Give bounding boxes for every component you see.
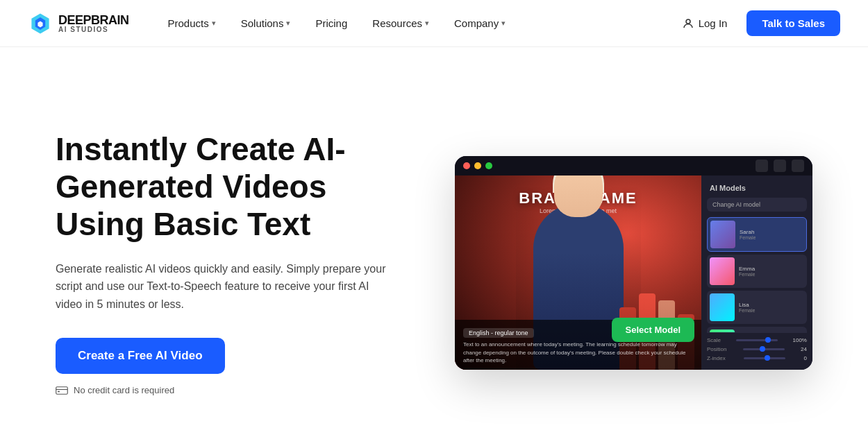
window-minimize-dot (474, 162, 481, 169)
nav-products[interactable]: Products ▾ (157, 12, 227, 35)
credit-card-icon (56, 386, 68, 395)
nav-pricing[interactable]: Pricing (304, 12, 358, 35)
header: DEEPBRAIN AI STUDIOS Products ▾ Solution… (0, 0, 868, 47)
header-right: Log In Talk to Sales (671, 10, 840, 36)
window-topbar (455, 156, 812, 175)
login-button[interactable]: Log In (671, 12, 739, 35)
model-thumbnail-1 (710, 221, 735, 248)
nav-company[interactable]: Company ▾ (443, 12, 517, 35)
svg-point-3 (686, 19, 690, 24)
scale-slider[interactable] (736, 339, 778, 341)
hero-title: Instantly Create AI-Generated Videos Usi… (56, 130, 413, 243)
hero-description: Generate realistic AI videos quickly and… (56, 260, 389, 314)
logo-icon (28, 11, 53, 36)
hero-section: Instantly Create AI-Generated Videos Usi… (56, 130, 413, 396)
models-list: Sarah Female Emma Female (701, 217, 812, 332)
control-position: Position 24 (707, 346, 807, 352)
model-item-2[interactable]: Emma Female (707, 255, 807, 288)
logo[interactable]: DEEPBRAIN AI STUDIOS (28, 11, 129, 36)
svg-rect-6 (58, 391, 60, 393)
script-text: Text to an announcement where today's me… (463, 341, 693, 364)
chevron-down-icon: ▾ (286, 19, 290, 28)
chevron-down-icon: ▾ (212, 19, 216, 28)
product-screenshot: BRAND NAME Lorem ipsum dolor sit a met (455, 156, 812, 370)
no-credit-card-notice: No credit card is required (56, 385, 413, 395)
panel-title: AI Models (701, 181, 812, 198)
language-badge: English - regular tone (463, 328, 534, 338)
model-info-1: Sarah Female (740, 229, 803, 240)
model-role-1: Female (740, 235, 803, 240)
svg-rect-4 (56, 387, 68, 395)
create-free-video-button[interactable]: Create a Free AI Video (56, 338, 225, 374)
model-name-1: Sarah (740, 229, 803, 235)
select-model-button[interactable]: Select Model (612, 318, 694, 342)
talk-to-sales-button[interactable]: Talk to Sales (746, 10, 840, 36)
model-info-2: Emma Female (739, 266, 804, 277)
topbar-icon-1 (756, 160, 768, 172)
main-content: Instantly Create AI-Generated Videos Usi… (0, 47, 868, 437)
model-item-1[interactable]: Sarah Female (707, 217, 807, 252)
window-close-dot (463, 162, 470, 169)
model-item-4[interactable]: James Male (707, 327, 807, 332)
control-scale: Scale 100% (707, 337, 807, 343)
presenter-head (554, 175, 603, 217)
ai-models-panel: AI Models Change AI model Sarah Female E… (701, 175, 812, 370)
model-name-3: Lisa (739, 302, 804, 308)
logo-brand: DEEPBRAIN (58, 14, 129, 26)
model-role-2: Female (739, 272, 804, 277)
nav-resources[interactable]: Resources ▾ (361, 12, 440, 35)
logo-sub: AI STUDIOS (58, 26, 129, 33)
control-zindex: Z-index 0 (707, 355, 807, 361)
model-item-3[interactable]: Lisa Female (707, 291, 807, 324)
topbar-icon-3 (792, 160, 804, 172)
logo-text: DEEPBRAIN AI STUDIOS (58, 14, 129, 33)
topbar-icons (756, 160, 804, 172)
model-thumbnail-2 (710, 257, 735, 285)
model-name-2: Emma (739, 266, 804, 272)
model-search[interactable]: Change AI model (707, 198, 807, 212)
position-slider[interactable] (743, 348, 785, 350)
user-icon (682, 17, 694, 30)
chevron-down-icon: ▾ (501, 19, 506, 28)
model-role-3: Female (739, 308, 804, 313)
zindex-slider[interactable] (744, 357, 785, 359)
model-info-3: Lisa Female (739, 302, 804, 313)
panel-controls: Scale 100% Position 24 Z-i (707, 332, 807, 364)
window-maximize-dot (485, 162, 492, 169)
nav-solutions[interactable]: Solutions ▾ (230, 12, 302, 35)
product-screenshot-area: BRAND NAME Lorem ipsum dolor sit a met (455, 156, 812, 370)
main-nav: Products ▾ Solutions ▾ Pricing Resources… (157, 12, 671, 35)
topbar-icon-2 (774, 160, 786, 172)
model-thumbnail-3 (710, 293, 735, 321)
chevron-down-icon: ▾ (425, 19, 429, 28)
